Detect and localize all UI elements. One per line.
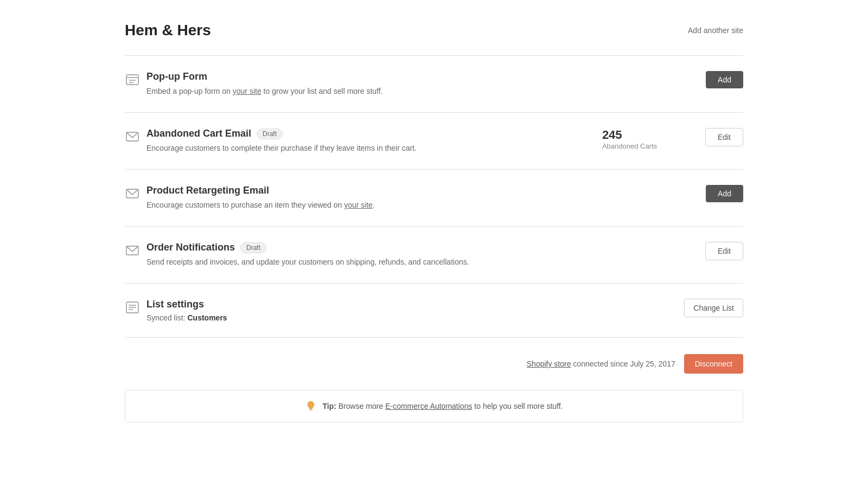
order-notifications-content: Order Notifications Draft Send receipts …	[146, 242, 705, 268]
product-retargeting-action: Add	[706, 185, 743, 202]
abandoned-cart-action: Edit	[705, 128, 743, 146]
page-title: Hem & Hers	[125, 22, 211, 39]
tip-label: Tip:	[322, 402, 336, 410]
order-notifications-desc: Send receipts and invoices, and update y…	[146, 256, 705, 268]
order-notifications-title: Order Notifications	[146, 242, 235, 253]
svg-rect-11	[310, 409, 313, 410]
abandoned-cart-title: Abandoned Cart Email	[146, 128, 251, 139]
abandoned-cart-icon	[125, 129, 146, 146]
order-notifications-badge: Draft	[240, 242, 266, 253]
order-notifications-row: Order Notifications Draft Send receipts …	[125, 227, 743, 284]
change-list-button[interactable]: Change List	[684, 299, 743, 317]
popup-form-content: Pop-up Form Embed a pop-up form on your …	[146, 71, 706, 97]
order-notifications-title-row: Order Notifications Draft	[146, 242, 705, 253]
order-notifications-icon	[125, 243, 146, 260]
list-settings-content: List settings Synced list: Customers	[146, 299, 684, 322]
popup-form-icon	[125, 72, 146, 89]
abandoned-cart-content: Abandoned Cart Email Draft Encourage cus…	[146, 128, 586, 154]
shopify-store-link[interactable]: Shopify store	[527, 359, 571, 368]
abandoned-cart-edit-button[interactable]: Edit	[705, 128, 743, 146]
product-retargeting-row: Product Retargeting Email Encourage cust…	[125, 170, 743, 227]
add-another-site-link[interactable]: Add another site	[688, 26, 743, 35]
list-settings-row: List settings Synced list: Customers Cha…	[125, 284, 743, 338]
popup-form-action: Add	[706, 71, 743, 88]
ecommerce-automations-link[interactable]: E-commerce Automations	[385, 402, 472, 410]
order-notifications-edit-button[interactable]: Edit	[705, 242, 743, 260]
synced-list-value: Customers	[187, 313, 227, 322]
page-wrapper: Hem & Hers Add another site Pop-up Form …	[92, 0, 776, 444]
popup-form-title-row: Pop-up Form	[146, 71, 706, 82]
order-notifications-action: Edit	[705, 242, 743, 260]
list-settings-title: List settings	[146, 299, 204, 310]
popup-form-desc: Embed a pop-up form on your site to grow…	[146, 86, 706, 97]
disconnect-button[interactable]: Disconnect	[684, 354, 743, 374]
footer-text: Shopify store connected since July 25, 2…	[527, 359, 675, 368]
product-retargeting-content: Product Retargeting Email Encourage cust…	[146, 185, 706, 211]
abandoned-cart-count: 245	[602, 128, 689, 142]
abandoned-cart-row: Abandoned Cart Email Draft Encourage cus…	[125, 113, 743, 170]
tip-bar-text: Tip: Browse more E-commerce Automations …	[322, 402, 563, 410]
product-retargeting-icon	[125, 186, 146, 203]
abandoned-cart-badge: Draft	[257, 129, 283, 139]
abandoned-cart-desc: Encourage customers to complete their pu…	[146, 143, 586, 154]
synced-list-text: Synced list: Customers	[146, 313, 684, 322]
lightbulb-icon	[305, 400, 317, 412]
svg-rect-0	[126, 75, 138, 85]
svg-rect-12	[310, 410, 312, 410]
popup-form-row: Pop-up Form Embed a pop-up form on your …	[125, 56, 743, 113]
tip-bar: Tip: Browse more E-commerce Automations …	[125, 390, 743, 422]
abandoned-cart-title-row: Abandoned Cart Email Draft	[146, 128, 586, 139]
list-settings-icon	[125, 300, 146, 317]
list-settings-title-row: List settings	[146, 299, 684, 310]
product-retargeting-title: Product Retargeting Email	[146, 185, 269, 196]
popup-form-add-button[interactable]: Add	[706, 71, 743, 88]
popup-form-site-link[interactable]: your site	[233, 87, 261, 95]
abandoned-cart-label: Abandoned Carts	[602, 142, 689, 150]
product-retargeting-site-link[interactable]: your site	[344, 201, 373, 209]
abandoned-cart-stats: 245 Abandoned Carts	[602, 128, 689, 150]
popup-form-title: Pop-up Form	[146, 71, 207, 82]
product-retargeting-add-button[interactable]: Add	[706, 185, 743, 202]
product-retargeting-desc: Encourage customers to purchase an item …	[146, 200, 706, 211]
list-settings-action: Change List	[684, 299, 743, 317]
page-header: Hem & Hers Add another site	[125, 22, 743, 39]
footer-row: Shopify store connected since July 25, 2…	[125, 338, 743, 384]
product-retargeting-title-row: Product Retargeting Email	[146, 185, 706, 196]
